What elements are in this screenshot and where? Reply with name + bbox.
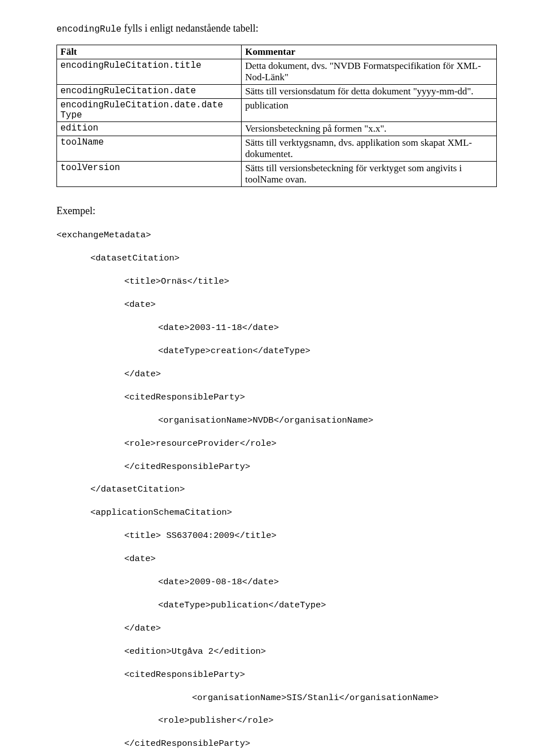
example-label: Exempel: xyxy=(56,205,497,217)
table-row: encodingRuleCitation.title Detta dokumen… xyxy=(57,59,497,85)
code-line: <organisationName>SIS/Stanli</organisati… xyxy=(192,692,497,703)
cell-comment: Sätts till verktygsnamn, dvs. applikatio… xyxy=(242,136,497,162)
code-line: </date> xyxy=(124,368,497,380)
code-line: </date> xyxy=(124,623,497,634)
cell-field: toolName xyxy=(57,136,242,162)
table-row: toolName Sätts till verktygsnamn, dvs. a… xyxy=(57,136,497,162)
code-line: <dateType>creation</dateType> xyxy=(158,345,497,357)
code-line: <citedResponsibleParty> xyxy=(124,392,497,403)
cell-comment: publication xyxy=(242,99,497,122)
code-line: </datasetCitation> xyxy=(90,484,497,495)
code-line: </citedResponsibleParty> xyxy=(124,738,497,749)
cell-field: toolVersion xyxy=(57,162,242,187)
table-header-row: Fält Kommentar xyxy=(57,45,497,59)
code-line: <exchangeMetadata> xyxy=(56,229,497,241)
table-row: encodingRuleCitation.date Sätts till ver… xyxy=(57,85,497,99)
intro-text: encodingRule fylls i enligt nedanstående… xyxy=(56,23,497,34)
cell-field: encodingRuleCitation.date.date Type xyxy=(57,99,242,122)
code-line: <date> xyxy=(124,299,497,310)
table-header-comment: Kommentar xyxy=(242,45,497,59)
code-line: <applicationSchemaCitation> xyxy=(90,507,497,518)
document-page: encodingRule fylls i enligt nedanstående… xyxy=(0,0,542,756)
table-row: toolVersion Sätts till versionsbetecknin… xyxy=(57,162,497,187)
code-line: <organisationName>NVDB</organisationName… xyxy=(158,415,497,426)
code-line: <date> xyxy=(124,553,497,564)
cell-field: encodingRuleCitation.date xyxy=(57,85,242,99)
intro-mono: encodingRule xyxy=(56,24,121,34)
code-line: <citedResponsibleParty> xyxy=(124,669,497,680)
encoding-rule-table: Fält Kommentar encodingRuleCitation.titl… xyxy=(56,45,497,187)
table-row: edition Versionsbeteckning på formen "x.… xyxy=(57,122,497,136)
table-header-field: Fält xyxy=(57,45,242,59)
code-line: <title>Ornäs</title> xyxy=(124,276,497,287)
code-line: <role>resourceProvider</role> xyxy=(124,438,497,449)
cell-field: encodingRuleCitation.title xyxy=(57,59,242,85)
code-line: <edition>Utgåva 2</edition> xyxy=(124,646,497,657)
code-line: <date>2003-11-18</date> xyxy=(158,322,497,333)
code-line: <datasetCitation> xyxy=(90,253,497,264)
code-line: <role>publisher</role> xyxy=(158,715,497,726)
example-code-block: <exchangeMetadata> <datasetCitation> <ti… xyxy=(56,218,497,756)
code-line: <dateType>publication</dateType> xyxy=(158,599,497,611)
code-line: <title> SS637004:2009</title> xyxy=(124,530,497,541)
cell-comment: Detta dokument, dvs. "NVDB Formatspecifi… xyxy=(242,59,497,85)
cell-comment: Versionsbeteckning på formen "x.x". xyxy=(242,122,497,136)
table-row: encodingRuleCitation.date.date Type publ… xyxy=(57,99,497,122)
code-line: </citedResponsibleParty> xyxy=(124,461,497,472)
intro-rest: fylls i enligt nedanstående tabell: xyxy=(121,23,258,34)
code-line: <date>2009-08-18</date> xyxy=(158,576,497,588)
cell-comment: Sätts till versionsdatum för detta dokum… xyxy=(242,85,497,99)
cell-field: edition xyxy=(57,122,242,136)
cell-comment: Sätts till versionsbeteckning för verkty… xyxy=(242,162,497,187)
